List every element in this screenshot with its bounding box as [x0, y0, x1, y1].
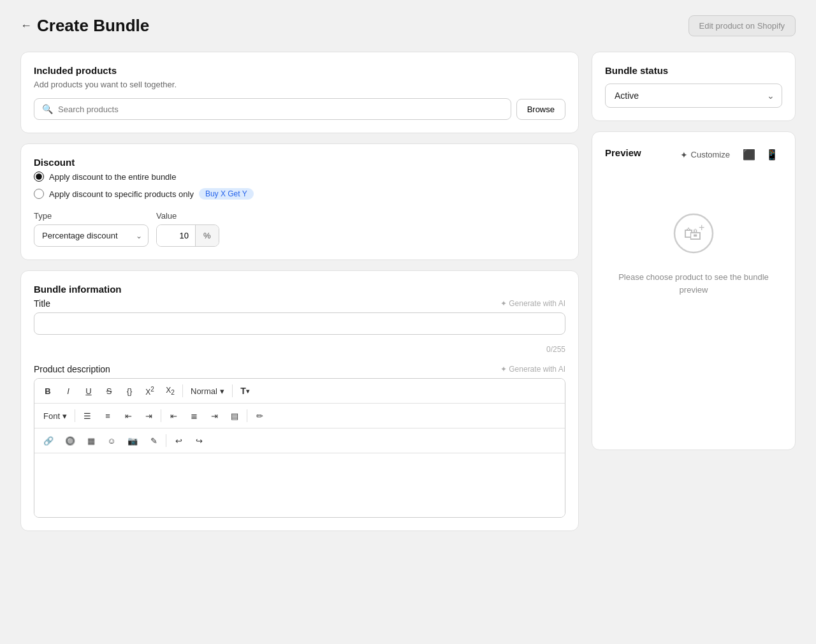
bundle-status-title: Bundle status: [605, 65, 782, 76]
superscript-button[interactable]: X2: [140, 381, 159, 400]
desktop-icon: ⬛: [743, 149, 755, 160]
desc-generate-ai-button[interactable]: ✦ Generate with AI: [500, 365, 565, 374]
discount-option-specific[interactable]: Apply discount to specific products only…: [34, 188, 565, 200]
search-row: 🔍 Browse: [34, 98, 565, 120]
clear-format-icon: ✎: [150, 436, 157, 446]
redo-button[interactable]: ↪: [189, 431, 208, 450]
discount-entire-radio[interactable]: [34, 172, 44, 182]
indent-icon: ⇥: [145, 411, 152, 421]
search-input[interactable]: [58, 105, 503, 114]
value-unit: %: [195, 225, 219, 246]
toolbar-divider-3: [75, 409, 75, 422]
back-button[interactable]: ←: [20, 19, 32, 33]
underline-button[interactable]: U: [79, 381, 98, 400]
header-left: ← Create Bundle: [20, 16, 149, 36]
type-label: Type: [34, 211, 149, 221]
status-select[interactable]: Active Draft: [605, 84, 782, 108]
font-label: Font: [43, 411, 60, 421]
preview-actions: ✦ Customize ⬛ 📱: [674, 145, 782, 165]
outdent-button[interactable]: ⇤: [119, 406, 138, 425]
strikethrough-button[interactable]: S: [99, 381, 119, 400]
toolbar-row-3: 🔗 🔘 ▦ ☺ 📷 ✎ ↩ ↪: [34, 428, 565, 453]
main-layout: Included products Add products you want …: [20, 52, 796, 531]
toolbar-divider-4: [161, 409, 161, 422]
bundle-status-card: Bundle status Active Draft ⌄: [592, 52, 796, 121]
ordered-list-button[interactable]: ≡: [98, 406, 117, 425]
italic-button[interactable]: I: [59, 381, 78, 400]
unordered-list-button[interactable]: ☰: [78, 406, 97, 425]
subscript-button[interactable]: X2: [161, 381, 180, 400]
subscript-label: X2: [166, 386, 175, 396]
preview-empty-icon: 🛍 +: [673, 213, 714, 261]
back-arrow-icon: ←: [20, 19, 32, 33]
discount-option-entire[interactable]: Apply discount to the entire bundle: [34, 172, 565, 182]
bundle-info-card: Bundle information Title ✦ Generate with…: [20, 270, 579, 531]
clear-format-button[interactable]: ✎: [144, 431, 163, 450]
right-column: Bundle status Active Draft ⌄ Preview ✦: [592, 52, 796, 450]
search-input-wrap: 🔍: [34, 98, 511, 120]
undo-icon: ↩: [175, 436, 182, 446]
unordered-list-icon: ☰: [84, 411, 91, 421]
type-value-row: Type Percentage discount Fixed amount di…: [34, 211, 565, 247]
browse-button[interactable]: Browse: [516, 99, 565, 120]
desktop-preview-button[interactable]: ⬛: [739, 145, 759, 165]
link-button[interactable]: 🔗: [38, 431, 59, 450]
preview-title: Preview: [605, 147, 641, 158]
svg-text:+: +: [699, 222, 704, 233]
title-generate-ai-button[interactable]: ✦ Generate with AI: [500, 299, 565, 308]
edit-shopify-button[interactable]: Edit product on Shopify: [688, 15, 796, 36]
align-right-button[interactable]: ⇥: [205, 406, 224, 425]
emoji-button[interactable]: ☺: [102, 431, 121, 450]
left-column: Included products Add products you want …: [20, 52, 579, 531]
search-icon: 🔍: [42, 104, 53, 114]
undo-button[interactable]: ↩: [169, 431, 188, 450]
emoji-icon: ☺: [107, 436, 115, 446]
heading-chevron-icon: ▾: [220, 386, 224, 396]
align-right-icon: ⇥: [211, 411, 218, 421]
customize-icon: ✦: [680, 150, 688, 160]
code-button[interactable]: {}: [120, 381, 139, 400]
align-center-button[interactable]: ≣: [184, 406, 203, 425]
image-button[interactable]: 📷: [122, 431, 143, 450]
toolbar-divider-1: [182, 384, 183, 397]
customize-button[interactable]: ✦ Customize: [674, 146, 736, 164]
image-icon: 📷: [127, 436, 138, 446]
title-field-label: Title: [34, 298, 50, 309]
status-select-wrap: Active Draft ⌄: [605, 84, 782, 108]
value-input[interactable]: 10: [157, 225, 195, 246]
title-field-row: Title ✦ Generate with AI: [34, 298, 565, 309]
desc-field-label: Product description: [34, 364, 110, 374]
align-left-button[interactable]: ⇤: [164, 406, 183, 425]
desc-field-row: Product description ✦ Generate with AI: [34, 364, 565, 374]
page-header: ← Create Bundle Edit product on Shopify: [20, 15, 796, 36]
preview-card: Preview ✦ Customize ⬛ 📱: [592, 131, 796, 450]
editor-content-area[interactable]: [34, 453, 565, 517]
text-color-label: T: [240, 386, 246, 396]
preview-header: Preview ✦ Customize ⬛ 📱: [605, 145, 782, 165]
ordered-list-icon: ≡: [105, 411, 110, 421]
preview-empty-state: 🛍 + Please choose product to see the bun…: [605, 175, 782, 334]
pencil-button[interactable]: ✏: [250, 406, 269, 425]
toolbar-divider-2: [232, 384, 233, 397]
unlink-button[interactable]: 🔘: [60, 431, 80, 450]
outdent-icon: ⇤: [125, 411, 132, 421]
discount-entire-label: Apply discount to the entire bundle: [49, 172, 176, 182]
bold-button[interactable]: B: [38, 381, 57, 400]
mobile-preview-button[interactable]: 📱: [762, 145, 782, 165]
value-input-wrap: 10 %: [156, 224, 219, 247]
table-icon: ▦: [87, 436, 95, 446]
font-chevron-icon: ▾: [62, 411, 67, 421]
discount-card: Discount Apply discount to the entire bu…: [20, 143, 579, 260]
redo-icon: ↪: [196, 436, 203, 446]
text-color-button[interactable]: T ▾: [235, 381, 254, 400]
heading-select-button[interactable]: Normal ▾: [186, 384, 229, 399]
justify-button[interactable]: ▤: [225, 406, 244, 425]
bundle-title-input[interactable]: [34, 312, 565, 335]
indent-button[interactable]: ⇥: [139, 406, 158, 425]
discount-specific-radio[interactable]: [34, 189, 44, 199]
table-button[interactable]: ▦: [82, 431, 101, 450]
type-select[interactable]: Percentage discount Fixed amount discoun…: [34, 224, 149, 247]
toolbar-divider-6: [166, 434, 166, 447]
included-products-subtitle: Add products you want to sell together.: [34, 80, 565, 89]
font-select-button[interactable]: Font ▾: [38, 409, 72, 423]
